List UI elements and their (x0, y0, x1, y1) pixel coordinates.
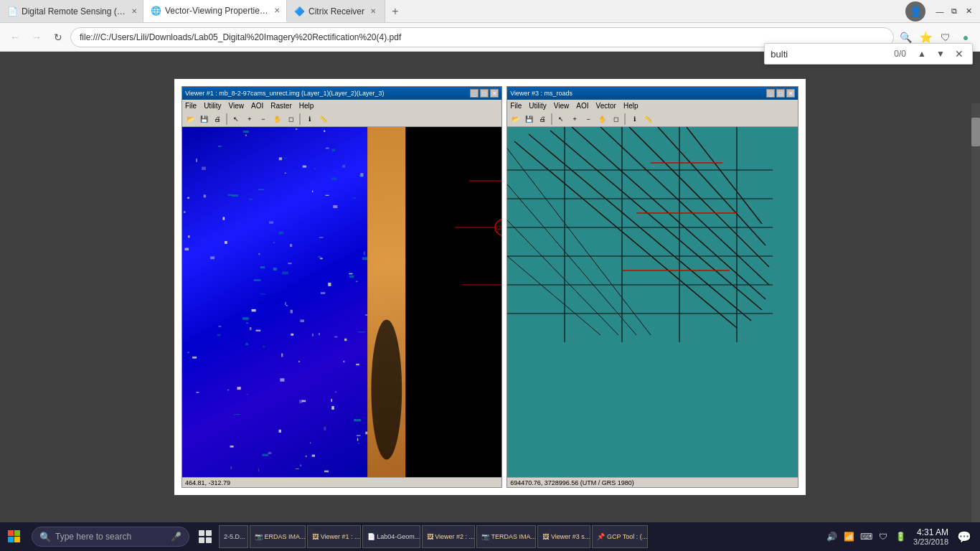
tab-vector-viewing[interactable]: 🌐 Vector-Viewing Propertie… ✕ (143, 0, 287, 22)
restore-button[interactable]: ⧉ (948, 6, 960, 17)
tray-icon-5[interactable]: 🔋 (893, 529, 908, 544)
v3-tool-zoom-in[interactable]: + (568, 113, 581, 126)
taskbar-item-erdas[interactable]: 📷 ERDAS IMA... (250, 525, 306, 548)
mic-icon: 🎤 (171, 532, 182, 542)
task-view-button[interactable] (192, 524, 218, 550)
viewer1-menu-file[interactable]: File (185, 102, 197, 110)
tab1-close[interactable]: ✕ (130, 6, 138, 17)
viewer3-menu-vector[interactable]: Vector (596, 102, 616, 110)
tool-select[interactable]: ◻ (284, 113, 297, 126)
tool-zoom-out[interactable]: − (257, 113, 270, 126)
tab3-close[interactable]: ✕ (369, 6, 377, 17)
taskbar-item-lab04[interactable]: 📄 Lab04-Geom... (362, 525, 420, 548)
viewer1-minimize[interactable]: _ (470, 89, 479, 98)
viewer1-title-text: Viewer #1 : mb_8-2-97cams_unrect.img (La… (185, 90, 384, 97)
taskbar-item-viewer3[interactable]: 🖼 Viewer #3 s... (537, 525, 590, 548)
viewer3-title-left: Viewer #3 : ms_roads (510, 90, 573, 97)
v3-tool-zoom-out[interactable]: − (582, 113, 595, 126)
svg-rect-41 (199, 537, 204, 543)
viewer1-maximize[interactable]: □ (480, 89, 489, 98)
viewer3-close[interactable]: ✕ (786, 89, 795, 98)
viewer3-menu-aoi[interactable]: AOI (576, 102, 588, 110)
new-tab-button[interactable]: + (385, 0, 405, 22)
v3-tool-print[interactable]: 🖨 (536, 113, 549, 126)
tab-digital-remote[interactable]: 📄 Digital Remote Sensing (… ✕ (0, 0, 143, 22)
svg-rect-42 (206, 537, 212, 543)
tool-zoom-in[interactable]: + (243, 113, 256, 126)
tab2-icon: 🌐 (151, 6, 161, 16)
main-content: Viewer #1 : mb_8-2-97cams_unrect.img (La… (0, 52, 980, 522)
v3-tool-save[interactable]: 💾 (522, 113, 535, 126)
back-button[interactable]: ← (6, 28, 24, 47)
viewer3-menu-file[interactable]: File (510, 102, 522, 110)
tray-icon-2[interactable]: 📶 (842, 529, 856, 544)
page-scrollbar[interactable] (971, 103, 980, 522)
close-button[interactable]: ✕ (963, 6, 974, 17)
taskbar-item-gcp[interactable]: 📌 GCP Tool : (... (592, 525, 648, 548)
tab2-close[interactable]: ✕ (273, 5, 281, 16)
v3-tool-measure[interactable]: 📏 (641, 113, 654, 126)
tool-info[interactable]: ℹ (303, 113, 316, 126)
find-input[interactable] (771, 49, 885, 60)
find-bar: 0/0 ▲ ▼ ✕ (764, 43, 973, 65)
v3-tool-cursor[interactable]: ↖ (555, 113, 567, 126)
toolbar-sep2 (299, 113, 301, 125)
viewer3-maximize[interactable]: □ (776, 89, 785, 98)
taskbar-item-terdas[interactable]: 📷 TERDAS IMA... (476, 525, 536, 548)
viewer1-title-left: Viewer #1 : mb_8-2-97cams_unrect.img (La… (185, 90, 384, 97)
tool-cursor[interactable]: ↖ (230, 113, 242, 126)
tool-print[interactable]: 🖨 (211, 113, 224, 126)
tool-measure[interactable]: 📏 (316, 113, 329, 126)
viewer1-menu-view[interactable]: View (229, 102, 245, 110)
reload-button[interactable]: ↻ (49, 28, 67, 47)
taskbar-item-desktop[interactable]: 2-5.D... (219, 525, 248, 548)
viewer1-close[interactable]: ✕ (490, 89, 499, 98)
notification-button[interactable]: 💬 (954, 527, 974, 547)
find-close-button[interactable]: ✕ (952, 47, 966, 61)
viewer1-menu-help[interactable]: Help (299, 102, 314, 110)
viewer3-menu-utility[interactable]: Utility (529, 102, 546, 110)
viewer1-menu-aoi[interactable]: AOI (251, 102, 263, 110)
forward-button[interactable]: → (27, 28, 46, 47)
task-view-icon (199, 530, 212, 543)
v3-tool-select[interactable]: ◻ (609, 113, 622, 126)
tool-pan[interactable]: ✋ (270, 113, 283, 126)
v3-tool-info[interactable]: ℹ (628, 113, 641, 126)
toolbar-sep1 (226, 113, 227, 125)
tray-icon-3[interactable]: ⌨ (859, 529, 873, 544)
vector-map (507, 127, 798, 477)
minimize-button[interactable]: — (934, 6, 946, 17)
browser-titlebar: 📄 Digital Remote Sensing (… ✕ 🌐 Vector-V… (0, 0, 980, 23)
viewer1-menu-utility[interactable]: Utility (204, 102, 221, 110)
taskbar-clock[interactable]: 4:31 AM 3/23/2018 (909, 527, 953, 546)
search-icon: 🔍 (39, 532, 51, 542)
viewer3-menu-help[interactable]: Help (623, 102, 639, 110)
taskbar-item-viewer1[interactable]: 🖼 Viewer #1 : ... (307, 525, 361, 548)
clock-date: 3/23/2018 (913, 537, 948, 546)
pdf-page: Viewer #1 : mb_8-2-97cams_unrect.img (La… (174, 79, 806, 495)
viewer3-toolbar: 📂 💾 🖨 ↖ + − ✋ ◻ ℹ 📏 (507, 111, 798, 127)
v3-tool-open[interactable]: 📂 (509, 113, 522, 126)
tray-icon-4[interactable]: 🛡 (876, 529, 890, 544)
tab1-label: Digital Remote Sensing (… (22, 6, 126, 17)
tool-save[interactable]: 💾 (197, 113, 210, 126)
viewer3-minimize[interactable]: _ (766, 89, 775, 98)
viewer1-statusbar: 464.81, -312.79 (182, 477, 501, 487)
viewer3-menu-view[interactable]: View (554, 102, 570, 110)
v3-tool-pan[interactable]: ✋ (595, 113, 608, 126)
taskbar-search[interactable]: 🔍 Type here to search 🎤 (32, 527, 189, 547)
viewer1-menu-raster[interactable]: Raster (270, 102, 291, 110)
scrollbar-thumb[interactable] (971, 118, 980, 146)
find-prev-button[interactable]: ▲ (915, 47, 929, 61)
profile-icon[interactable]: 👤 (905, 1, 925, 22)
viewer3-title-text: Viewer #3 : ms_roads (510, 90, 573, 97)
tab-citrix[interactable]: 🔷 Citrix Receiver ✕ (287, 0, 385, 22)
tool-open[interactable]: 📂 (184, 113, 197, 126)
start-button[interactable] (0, 522, 29, 551)
viewers-container: Viewer #1 : mb_8-2-97cams_unrect.img (La… (182, 86, 798, 488)
tray-icon-1[interactable]: 🔊 (824, 529, 839, 544)
viewer1-window: Viewer #1 : mb_8-2-97cams_unrect.img (La… (182, 86, 502, 488)
find-next-button[interactable]: ▼ (933, 47, 948, 61)
svg-rect-37 (8, 537, 14, 542)
taskbar-item-viewer2[interactable]: 🖼 Viewer #2 : ... (422, 525, 476, 548)
